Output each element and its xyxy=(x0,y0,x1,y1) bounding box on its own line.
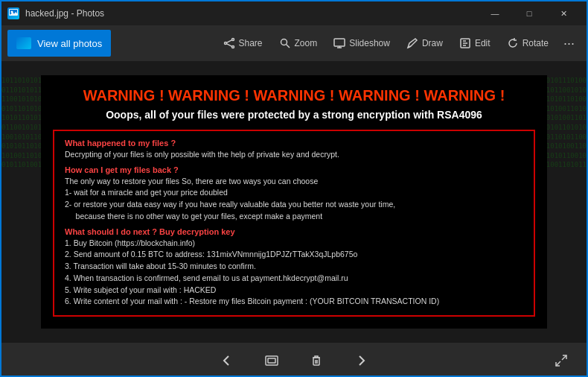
view-all-button[interactable]: View all photos xyxy=(7,30,111,57)
svg-point-6 xyxy=(224,42,226,45)
nav-bar xyxy=(1,343,587,377)
section1-title: What happened to my files ? xyxy=(65,139,523,148)
warning-subheader: Ooops, all of your files were protected … xyxy=(106,109,482,121)
draw-label: Draw xyxy=(422,38,443,48)
main-content: 1011010101110100011010101100101011001010… xyxy=(1,61,587,343)
view-all-label: View all photos xyxy=(37,38,102,49)
share-label: Share xyxy=(239,38,263,48)
nav-forward-button[interactable] xyxy=(348,347,374,374)
nav-slideshow-button[interactable] xyxy=(258,347,285,374)
titlebar-left: hacked.jpg - Photos xyxy=(7,7,104,19)
info-box: What happened to my files ? Decrypting o… xyxy=(53,130,535,317)
titlebar-controls: — □ ✕ xyxy=(478,1,581,25)
rotate-button[interactable]: Rotate xyxy=(499,33,556,54)
image-container: WARNING ! WARNING ! WARNING ! WARNING ! … xyxy=(41,75,547,329)
toolbar: View all photos Share Zoom Slideshow Dra… xyxy=(1,25,587,61)
minimize-button[interactable]: — xyxy=(478,1,512,25)
section3-title: What should I do next ? Buy decryption k… xyxy=(65,227,523,236)
app-icon xyxy=(7,7,19,19)
section3-text: 1. Buy Bitcoin (https://blockchain.info)… xyxy=(65,238,523,308)
section2-text: The only way to restore your files So, t… xyxy=(65,176,523,223)
rotate-label: Rotate xyxy=(523,38,549,48)
svg-line-7 xyxy=(226,40,231,43)
svg-point-4 xyxy=(231,39,234,41)
section2-title: How can I get my files back ? xyxy=(65,165,523,174)
svg-rect-21 xyxy=(313,358,319,365)
toolbar-actions: Share Zoom Slideshow Draw Edit Rotate ··… xyxy=(216,31,581,56)
nav-delete-button[interactable] xyxy=(303,347,330,374)
edit-label: Edit xyxy=(475,38,490,48)
zoom-button[interactable]: Zoom xyxy=(272,33,325,54)
svg-rect-11 xyxy=(334,39,345,46)
more-button[interactable]: ··· xyxy=(557,31,581,56)
svg-point-9 xyxy=(281,39,287,45)
draw-button[interactable]: Draw xyxy=(399,33,450,54)
expand-button[interactable] xyxy=(548,347,575,374)
slideshow-button[interactable]: Slideshow xyxy=(326,33,397,54)
edit-button[interactable]: Edit xyxy=(452,33,498,54)
nav-back-button[interactable] xyxy=(214,347,240,374)
warning-header: WARNING ! WARNING ! WARNING ! WARNING ! … xyxy=(83,87,505,104)
maximize-button[interactable]: □ xyxy=(512,1,546,25)
slideshow-label: Slideshow xyxy=(349,38,390,48)
share-button[interactable]: Share xyxy=(216,33,270,54)
photos-icon xyxy=(16,37,31,49)
nav-center xyxy=(40,347,548,374)
svg-line-8 xyxy=(226,44,231,47)
svg-line-10 xyxy=(286,45,290,48)
svg-rect-20 xyxy=(268,358,275,363)
svg-point-5 xyxy=(231,46,234,48)
close-button[interactable]: ✕ xyxy=(546,1,581,25)
section1-text: Decrypting of your files is only possibl… xyxy=(65,149,523,161)
titlebar: hacked.jpg - Photos — □ ✕ xyxy=(1,1,587,25)
nav-right xyxy=(548,347,575,374)
window-title: hacked.jpg - Photos xyxy=(25,8,104,19)
zoom-label: Zoom xyxy=(295,38,318,48)
svg-line-24 xyxy=(562,355,566,360)
svg-line-25 xyxy=(556,361,560,366)
